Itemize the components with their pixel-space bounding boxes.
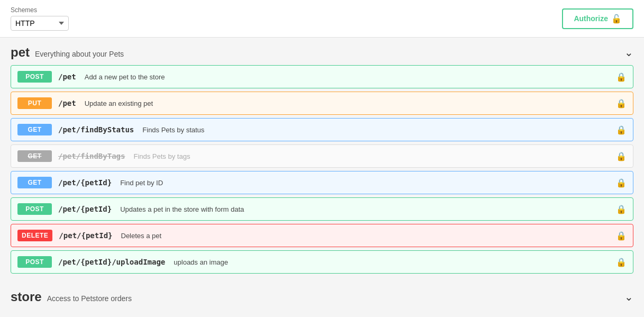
endpoint-row-pet-6[interactable]: DELETE /pet/{petId} Deletes a pet 🔒 (11, 224, 633, 247)
endpoint-left-pet-5: POST /pet/{petId} Updates a pet in the s… (17, 203, 244, 215)
endpoint-path-pet-2: /pet/findByStatus (58, 125, 134, 134)
section-desc-store: Access to Petstore orders (47, 294, 132, 303)
endpoint-lock-pet-5: 🔒 (616, 204, 627, 214)
endpoint-lock-pet-0: 🔒 (616, 72, 627, 82)
endpoint-path-pet-4: /pet/{petId} (58, 178, 112, 187)
section-pet: pet Everything about your Pets ⌄ POST /p… (11, 38, 633, 274)
endpoint-path-pet-6: /pet/{petId} (59, 231, 112, 240)
section-desc-pet: Everything about your Pets (35, 50, 124, 58)
endpoint-summary-pet-2: Finds Pets by status (142, 126, 204, 134)
top-bar: Schemes HTTPHTTPS Authorize 🔓 (0, 0, 644, 38)
endpoint-summary-pet-7: uploads an image (174, 258, 228, 266)
schemes-label: Schemes (11, 6, 69, 14)
endpoint-path-pet-0: /pet (58, 73, 76, 81)
section-name-pet: pet (11, 45, 30, 60)
schemes-select[interactable]: HTTPHTTPS (11, 16, 69, 31)
main-content: pet Everything about your Pets ⌄ POST /p… (0, 38, 644, 317)
chevron-icon-pet: ⌄ (624, 46, 633, 59)
authorize-label: Authorize (574, 14, 608, 23)
endpoint-row-pet-5[interactable]: POST /pet/{petId} Updates a pet in the s… (11, 197, 633, 221)
endpoint-summary-pet-5: Updates a pet in the store with form dat… (120, 205, 244, 213)
method-badge-pet-3: GET (17, 150, 52, 162)
endpoint-lock-pet-3: 🔒 (616, 151, 627, 161)
endpoint-summary-pet-0: Add a new pet to the store (85, 73, 165, 81)
endpoint-left-pet-3: GET /pet/findByTags Finds Pets by tags (17, 150, 190, 162)
endpoint-left-pet-4: GET /pet/{petId} Find pet by ID (17, 177, 163, 188)
endpoint-summary-pet-4: Find pet by ID (120, 179, 163, 187)
endpoint-path-pet-1: /pet (58, 99, 76, 107)
endpoint-summary-pet-6: Deletes a pet (121, 232, 162, 240)
endpoint-summary-pet-3: Finds Pets by tags (133, 152, 190, 160)
chevron-icon-store: ⌄ (624, 291, 633, 303)
lock-icon: 🔓 (611, 14, 622, 24)
endpoint-path-pet-3: /pet/findByTags (58, 152, 125, 160)
endpoint-lock-pet-2: 🔒 (616, 125, 627, 135)
method-badge-pet-6: DELETE (17, 230, 52, 241)
method-badge-pet-1: PUT (17, 97, 52, 109)
endpoint-row-pet-2[interactable]: GET /pet/findByStatus Finds Pets by stat… (11, 118, 633, 141)
endpoint-row-pet-1[interactable]: PUT /pet Update an existing pet 🔒 (11, 92, 633, 115)
endpoint-lock-pet-1: 🔒 (616, 98, 627, 108)
endpoint-row-pet-7[interactable]: POST /pet/{petId}/uploadImage uploads an… (11, 250, 633, 274)
endpoint-summary-pet-1: Update an existing pet (85, 99, 153, 107)
method-badge-pet-7: POST (17, 256, 52, 268)
endpoint-left-pet-2: GET /pet/findByStatus Finds Pets by stat… (17, 124, 204, 135)
endpoint-left-pet-1: PUT /pet Update an existing pet (17, 97, 153, 109)
endpoint-lock-pet-6: 🔒 (616, 231, 627, 241)
section-store: store Access to Petstore orders ⌄ (11, 282, 633, 310)
endpoint-lock-pet-7: 🔒 (616, 257, 627, 267)
endpoint-row-pet-4[interactable]: GET /pet/{petId} Find pet by ID 🔒 (11, 171, 633, 194)
endpoint-row-pet-3[interactable]: GET /pet/findByTags Finds Pets by tags 🔒 (11, 144, 633, 168)
method-badge-pet-0: POST (17, 71, 52, 83)
endpoint-lock-pet-4: 🔒 (616, 178, 627, 188)
authorize-button[interactable]: Authorize 🔓 (562, 8, 633, 29)
section-title-pet: pet Everything about your Pets (11, 45, 124, 60)
endpoint-row-pet-0[interactable]: POST /pet Add a new pet to the store 🔒 (11, 65, 633, 88)
method-badge-pet-5: POST (17, 203, 52, 215)
method-badge-pet-2: GET (17, 124, 52, 135)
section-header-pet[interactable]: pet Everything about your Pets ⌄ (11, 38, 633, 65)
schemes-section: Schemes HTTPHTTPS (11, 6, 69, 31)
endpoint-path-pet-5: /pet/{petId} (58, 205, 112, 213)
section-header-store[interactable]: store Access to Petstore orders ⌄ (11, 282, 633, 310)
endpoints-pet: POST /pet Add a new pet to the store 🔒 P… (11, 65, 633, 274)
endpoint-left-pet-7: POST /pet/{petId}/uploadImage uploads an… (17, 256, 228, 268)
section-name-store: store (11, 289, 42, 304)
section-title-store: store Access to Petstore orders (11, 289, 132, 304)
endpoint-left-pet-0: POST /pet Add a new pet to the store (17, 71, 165, 83)
endpoint-left-pet-6: DELETE /pet/{petId} Deletes a pet (17, 230, 161, 241)
endpoint-path-pet-7: /pet/{petId}/uploadImage (58, 258, 165, 266)
method-badge-pet-4: GET (17, 177, 52, 188)
